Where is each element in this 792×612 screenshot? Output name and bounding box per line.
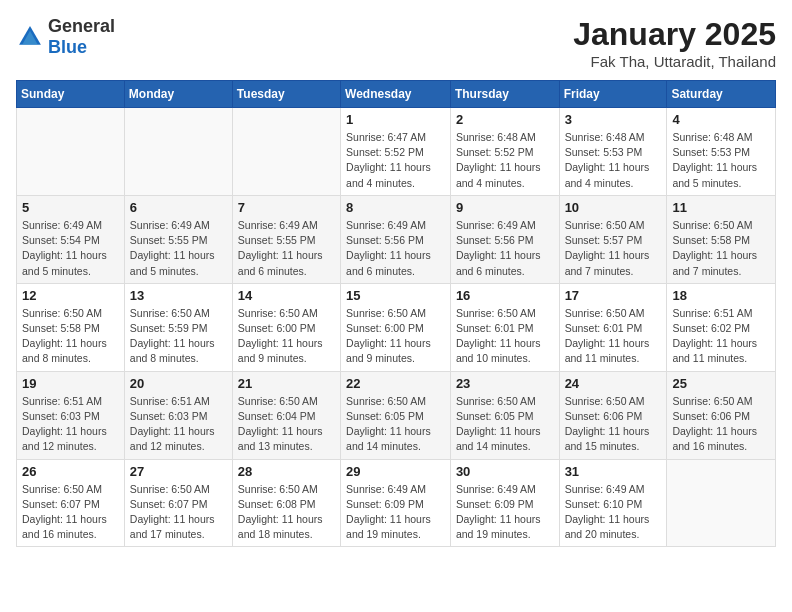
calendar-day-cell: 8Sunrise: 6:49 AM Sunset: 5:56 PM Daylig… xyxy=(341,195,451,283)
calendar-day-cell: 5Sunrise: 6:49 AM Sunset: 5:54 PM Daylig… xyxy=(17,195,125,283)
day-info: Sunrise: 6:50 AM Sunset: 5:59 PM Dayligh… xyxy=(130,306,227,367)
day-number: 1 xyxy=(346,112,445,127)
day-number: 9 xyxy=(456,200,554,215)
calendar-week-row: 5Sunrise: 6:49 AM Sunset: 5:54 PM Daylig… xyxy=(17,195,776,283)
weekday-header: Thursday xyxy=(450,81,559,108)
calendar-day-cell xyxy=(232,108,340,196)
day-info: Sunrise: 6:51 AM Sunset: 6:03 PM Dayligh… xyxy=(130,394,227,455)
calendar-day-cell: 31Sunrise: 6:49 AM Sunset: 6:10 PM Dayli… xyxy=(559,459,667,547)
day-info: Sunrise: 6:49 AM Sunset: 5:56 PM Dayligh… xyxy=(346,218,445,279)
calendar-day-cell xyxy=(124,108,232,196)
calendar-day-cell: 26Sunrise: 6:50 AM Sunset: 6:07 PM Dayli… xyxy=(17,459,125,547)
calendar-day-cell: 17Sunrise: 6:50 AM Sunset: 6:01 PM Dayli… xyxy=(559,283,667,371)
calendar-day-cell: 7Sunrise: 6:49 AM Sunset: 5:55 PM Daylig… xyxy=(232,195,340,283)
day-info: Sunrise: 6:50 AM Sunset: 6:00 PM Dayligh… xyxy=(238,306,335,367)
calendar-day-cell: 2Sunrise: 6:48 AM Sunset: 5:52 PM Daylig… xyxy=(450,108,559,196)
day-number: 26 xyxy=(22,464,119,479)
day-number: 28 xyxy=(238,464,335,479)
weekday-header-row: SundayMondayTuesdayWednesdayThursdayFrid… xyxy=(17,81,776,108)
day-info: Sunrise: 6:50 AM Sunset: 5:58 PM Dayligh… xyxy=(22,306,119,367)
calendar-day-cell: 22Sunrise: 6:50 AM Sunset: 6:05 PM Dayli… xyxy=(341,371,451,459)
calendar-day-cell: 25Sunrise: 6:50 AM Sunset: 6:06 PM Dayli… xyxy=(667,371,776,459)
calendar-day-cell: 15Sunrise: 6:50 AM Sunset: 6:00 PM Dayli… xyxy=(341,283,451,371)
day-number: 31 xyxy=(565,464,662,479)
day-number: 19 xyxy=(22,376,119,391)
calendar-day-cell: 13Sunrise: 6:50 AM Sunset: 5:59 PM Dayli… xyxy=(124,283,232,371)
day-info: Sunrise: 6:50 AM Sunset: 6:06 PM Dayligh… xyxy=(672,394,770,455)
day-number: 20 xyxy=(130,376,227,391)
day-info: Sunrise: 6:50 AM Sunset: 6:06 PM Dayligh… xyxy=(565,394,662,455)
day-info: Sunrise: 6:50 AM Sunset: 6:01 PM Dayligh… xyxy=(565,306,662,367)
day-info: Sunrise: 6:50 AM Sunset: 6:05 PM Dayligh… xyxy=(456,394,554,455)
calendar-day-cell: 21Sunrise: 6:50 AM Sunset: 6:04 PM Dayli… xyxy=(232,371,340,459)
calendar-week-row: 12Sunrise: 6:50 AM Sunset: 5:58 PM Dayli… xyxy=(17,283,776,371)
calendar-table: SundayMondayTuesdayWednesdayThursdayFrid… xyxy=(16,80,776,547)
day-number: 13 xyxy=(130,288,227,303)
weekday-header: Friday xyxy=(559,81,667,108)
day-number: 30 xyxy=(456,464,554,479)
calendar-day-cell: 6Sunrise: 6:49 AM Sunset: 5:55 PM Daylig… xyxy=(124,195,232,283)
day-info: Sunrise: 6:50 AM Sunset: 6:07 PM Dayligh… xyxy=(22,482,119,543)
day-number: 14 xyxy=(238,288,335,303)
day-info: Sunrise: 6:50 AM Sunset: 6:00 PM Dayligh… xyxy=(346,306,445,367)
weekday-header: Wednesday xyxy=(341,81,451,108)
day-info: Sunrise: 6:50 AM Sunset: 5:57 PM Dayligh… xyxy=(565,218,662,279)
day-number: 10 xyxy=(565,200,662,215)
day-number: 6 xyxy=(130,200,227,215)
day-number: 7 xyxy=(238,200,335,215)
day-number: 29 xyxy=(346,464,445,479)
day-number: 22 xyxy=(346,376,445,391)
day-info: Sunrise: 6:49 AM Sunset: 6:09 PM Dayligh… xyxy=(346,482,445,543)
day-info: Sunrise: 6:49 AM Sunset: 5:54 PM Dayligh… xyxy=(22,218,119,279)
logo: General Blue xyxy=(16,16,115,58)
day-info: Sunrise: 6:51 AM Sunset: 6:02 PM Dayligh… xyxy=(672,306,770,367)
day-number: 18 xyxy=(672,288,770,303)
day-number: 2 xyxy=(456,112,554,127)
calendar-day-cell: 14Sunrise: 6:50 AM Sunset: 6:00 PM Dayli… xyxy=(232,283,340,371)
calendar-day-cell: 27Sunrise: 6:50 AM Sunset: 6:07 PM Dayli… xyxy=(124,459,232,547)
day-info: Sunrise: 6:50 AM Sunset: 5:58 PM Dayligh… xyxy=(672,218,770,279)
day-info: Sunrise: 6:47 AM Sunset: 5:52 PM Dayligh… xyxy=(346,130,445,191)
calendar-day-cell: 18Sunrise: 6:51 AM Sunset: 6:02 PM Dayli… xyxy=(667,283,776,371)
calendar-day-cell: 11Sunrise: 6:50 AM Sunset: 5:58 PM Dayli… xyxy=(667,195,776,283)
calendar-week-row: 19Sunrise: 6:51 AM Sunset: 6:03 PM Dayli… xyxy=(17,371,776,459)
logo-general: General xyxy=(48,16,115,36)
calendar-day-cell: 10Sunrise: 6:50 AM Sunset: 5:57 PM Dayli… xyxy=(559,195,667,283)
day-number: 23 xyxy=(456,376,554,391)
weekday-header: Sunday xyxy=(17,81,125,108)
day-info: Sunrise: 6:49 AM Sunset: 5:55 PM Dayligh… xyxy=(238,218,335,279)
day-number: 15 xyxy=(346,288,445,303)
day-number: 16 xyxy=(456,288,554,303)
calendar-day-cell xyxy=(667,459,776,547)
calendar-day-cell xyxy=(17,108,125,196)
logo-icon xyxy=(16,23,44,51)
day-info: Sunrise: 6:48 AM Sunset: 5:53 PM Dayligh… xyxy=(672,130,770,191)
page-header: General Blue January 2025 Fak Tha, Uttar… xyxy=(16,16,776,70)
day-number: 8 xyxy=(346,200,445,215)
day-info: Sunrise: 6:49 AM Sunset: 5:56 PM Dayligh… xyxy=(456,218,554,279)
day-info: Sunrise: 6:50 AM Sunset: 6:07 PM Dayligh… xyxy=(130,482,227,543)
calendar-week-row: 1Sunrise: 6:47 AM Sunset: 5:52 PM Daylig… xyxy=(17,108,776,196)
weekday-header: Saturday xyxy=(667,81,776,108)
month-title: January 2025 xyxy=(573,16,776,53)
day-info: Sunrise: 6:50 AM Sunset: 6:05 PM Dayligh… xyxy=(346,394,445,455)
day-number: 5 xyxy=(22,200,119,215)
day-info: Sunrise: 6:49 AM Sunset: 6:10 PM Dayligh… xyxy=(565,482,662,543)
calendar-day-cell: 16Sunrise: 6:50 AM Sunset: 6:01 PM Dayli… xyxy=(450,283,559,371)
calendar-day-cell: 19Sunrise: 6:51 AM Sunset: 6:03 PM Dayli… xyxy=(17,371,125,459)
day-info: Sunrise: 6:48 AM Sunset: 5:52 PM Dayligh… xyxy=(456,130,554,191)
weekday-header: Tuesday xyxy=(232,81,340,108)
day-number: 4 xyxy=(672,112,770,127)
day-number: 12 xyxy=(22,288,119,303)
day-number: 24 xyxy=(565,376,662,391)
day-info: Sunrise: 6:50 AM Sunset: 6:01 PM Dayligh… xyxy=(456,306,554,367)
calendar-day-cell: 23Sunrise: 6:50 AM Sunset: 6:05 PM Dayli… xyxy=(450,371,559,459)
calendar-day-cell: 30Sunrise: 6:49 AM Sunset: 6:09 PM Dayli… xyxy=(450,459,559,547)
day-info: Sunrise: 6:50 AM Sunset: 6:08 PM Dayligh… xyxy=(238,482,335,543)
day-info: Sunrise: 6:50 AM Sunset: 6:04 PM Dayligh… xyxy=(238,394,335,455)
day-number: 11 xyxy=(672,200,770,215)
calendar-day-cell: 12Sunrise: 6:50 AM Sunset: 5:58 PM Dayli… xyxy=(17,283,125,371)
day-info: Sunrise: 6:51 AM Sunset: 6:03 PM Dayligh… xyxy=(22,394,119,455)
weekday-header: Monday xyxy=(124,81,232,108)
day-number: 27 xyxy=(130,464,227,479)
